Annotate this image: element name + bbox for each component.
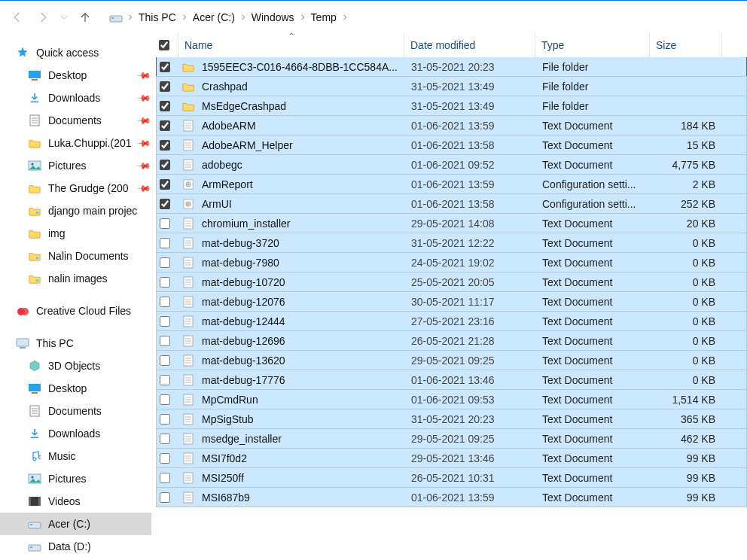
row-checkbox[interactable] <box>160 140 170 151</box>
file-row[interactable]: mat-debug-1362029-05-2021 09:25Text Docu… <box>156 350 747 370</box>
file-type: Text Document <box>536 472 651 484</box>
file-row[interactable]: MpSigStub31-05-2021 20:23Text Document36… <box>156 409 747 429</box>
file-row[interactable]: MsEdgeCrashpad31-05-2021 13:49File folde… <box>156 96 747 116</box>
row-checkbox[interactable] <box>160 336 170 346</box>
file-type: Text Document <box>536 355 651 367</box>
file-row[interactable]: 1595EEC3-C016-4664-8DBB-1CC584A...31-05-… <box>156 57 747 77</box>
row-checkbox[interactable] <box>160 394 170 405</box>
row-checkbox[interactable] <box>160 62 170 72</box>
column-checkbox[interactable] <box>156 33 178 57</box>
select-all-checkbox[interactable] <box>159 40 169 50</box>
file-row[interactable]: mat-debug-1207630-05-2021 11:17Text Docu… <box>156 291 747 312</box>
row-checkbox[interactable] <box>160 473 170 483</box>
file-size: 2 KB <box>651 178 723 190</box>
file-row[interactable]: MSI687b901-06-2021 13:59Text Document99 … <box>156 487 747 507</box>
file-type-icon <box>179 179 196 190</box>
sidebar-quick-access[interactable]: Quick access <box>0 41 151 64</box>
sidebar-item[interactable]: Nalin Documents <box>0 245 151 267</box>
column-name[interactable]: ⌃ Name <box>178 33 404 57</box>
row-checkbox[interactable] <box>160 375 170 385</box>
sidebar-creative-cloud[interactable]: Creative Cloud Files <box>0 300 151 322</box>
row-checkbox[interactable] <box>160 434 170 444</box>
sidebar-item[interactable]: Videos <box>0 490 151 513</box>
sidebar-this-pc[interactable]: This PC <box>0 332 151 355</box>
row-checkbox[interactable] <box>160 355 170 366</box>
row-checkbox[interactable] <box>160 179 170 190</box>
row-checkbox[interactable] <box>160 218 170 229</box>
sidebar-item[interactable]: The Grudge (200📌 <box>0 177 151 199</box>
up-button[interactable] <box>72 4 98 31</box>
row-checkbox[interactable] <box>160 160 170 170</box>
file-type: Text Document <box>536 315 651 327</box>
file-row[interactable]: chromium_installer29-05-2021 14:08Text D… <box>156 213 747 233</box>
file-type-icon <box>179 139 196 151</box>
file-row[interactable]: MSI7f0d229-05-2021 13:46Text Document99 … <box>156 448 747 468</box>
file-row[interactable]: ArmReport01-06-2021 13:59Configuration s… <box>156 174 747 194</box>
sidebar-item[interactable]: Downloads <box>0 422 151 445</box>
row-checkbox[interactable] <box>160 257 170 268</box>
row-checkbox[interactable] <box>160 238 170 248</box>
file-date: 26-05-2021 21:28 <box>405 335 536 347</box>
file-row[interactable]: ArmUI01-06-2021 13:58Configuration setti… <box>156 193 747 214</box>
row-checkbox[interactable] <box>160 120 170 131</box>
breadcrumb-seg-1[interactable]: Acer (C:) <box>191 8 236 26</box>
back-button[interactable] <box>5 4 30 31</box>
breadcrumb-seg-3[interactable]: Temp <box>309 8 338 26</box>
column-size[interactable]: Size <box>650 33 722 57</box>
sidebar-item[interactable]: nalin images <box>0 267 151 290</box>
file-date: 31-05-2021 12:22 <box>405 237 536 249</box>
file-row[interactable]: mat-debug-1269626-05-2021 21:28Text Docu… <box>156 330 747 351</box>
breadcrumb-seg-0[interactable]: This PC <box>137 8 178 26</box>
svg-rect-1 <box>111 17 114 19</box>
sidebar-item[interactable]: img <box>0 222 151 245</box>
sidebar-item[interactable]: django main projec <box>0 199 151 222</box>
row-checkbox[interactable] <box>160 316 170 327</box>
sidebar-item[interactable]: Acer (C:) <box>0 513 151 535</box>
row-checkbox[interactable] <box>160 414 170 425</box>
chevron-right-icon[interactable] <box>123 14 137 21</box>
sidebar-item[interactable]: Luka.Chuppi.(201📌 <box>0 132 151 154</box>
sidebar-item[interactable]: Pictures <box>0 467 151 490</box>
forward-button[interactable] <box>30 4 56 31</box>
file-row[interactable]: MSI250ff26-05-2021 10:31Text Document99 … <box>156 467 747 488</box>
sidebar-item[interactable]: 3D Objects <box>0 355 151 377</box>
sidebar-item[interactable]: Data (D:) <box>0 535 151 558</box>
history-dropdown[interactable] <box>56 4 72 31</box>
file-row[interactable]: mat-debug-1072025-05-2021 20:05Text Docu… <box>156 272 747 292</box>
row-checkbox[interactable] <box>160 277 170 288</box>
sidebar-item[interactable]: Desktop <box>0 377 151 400</box>
sidebar-item[interactable]: Desktop📌 <box>0 64 151 87</box>
sidebar-item[interactable]: Documents <box>0 400 151 422</box>
file-row[interactable]: Crashpad31-05-2021 13:49File folder <box>156 76 747 96</box>
file-row[interactable]: AdobeARM_Helper01-06-2021 13:58Text Docu… <box>156 135 747 155</box>
column-date[interactable]: Date modified <box>404 33 535 57</box>
row-checkbox[interactable] <box>160 81 170 92</box>
chevron-right-icon[interactable] <box>296 14 309 21</box>
file-row[interactable]: mat-debug-798024-05-2021 19:02Text Docum… <box>156 252 747 272</box>
row-checkbox[interactable] <box>160 297 170 307</box>
row-checkbox[interactable] <box>160 492 170 503</box>
row-checkbox[interactable] <box>160 101 170 111</box>
chevron-right-icon[interactable] <box>178 14 191 21</box>
sidebar-item[interactable]: Pictures📌 <box>0 154 151 177</box>
chevron-right-icon[interactable] <box>338 14 352 21</box>
row-checkbox[interactable] <box>160 453 170 464</box>
file-row[interactable]: msedge_installer29-05-2021 09:25Text Doc… <box>156 428 747 449</box>
file-type-icon <box>179 296 196 308</box>
file-row[interactable]: mat-debug-372031-05-2021 12:22Text Docum… <box>156 233 747 253</box>
sidebar-item[interactable]: Music <box>0 445 151 467</box>
breadcrumb-seg-2[interactable]: Windows <box>250 8 296 26</box>
column-type[interactable]: Type <box>535 33 650 57</box>
file-row[interactable]: adobegc01-06-2021 09:52Text Document4,77… <box>156 154 747 175</box>
svg-rect-18 <box>32 392 38 394</box>
file-row[interactable]: MpCmdRun01-06-2021 09:53Text Document1,5… <box>156 389 747 409</box>
breadcrumb[interactable]: This PC Acer (C:) Windows Temp <box>108 8 747 26</box>
file-row[interactable]: AdobeARM01-06-2021 13:59Text Document184… <box>156 115 747 135</box>
row-checkbox[interactable] <box>160 199 170 209</box>
sidebar-item[interactable]: Downloads📌 <box>0 87 151 109</box>
file-row[interactable]: mat-debug-1777601-06-2021 13:46Text Docu… <box>156 370 747 390</box>
file-row[interactable]: mat-debug-1244427-05-2021 23:16Text Docu… <box>156 311 747 331</box>
sidebar-item[interactable]: Documents📌 <box>0 109 151 132</box>
chevron-right-icon[interactable] <box>236 14 250 21</box>
pin-icon: 📌 <box>135 157 151 175</box>
